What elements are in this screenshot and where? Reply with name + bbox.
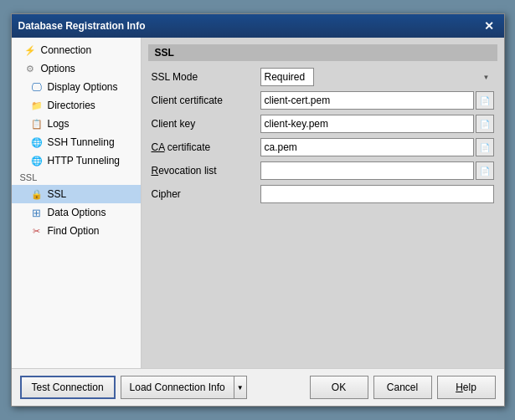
sidebar-item-logs[interactable]: 📋 Logs <box>12 115 141 133</box>
ca-certificate-row: CA certificate 📄 <box>148 138 497 156</box>
close-button[interactable]: ✕ <box>481 19 497 33</box>
sidebar-item-connection[interactable]: ⚡ Connection <box>12 41 141 59</box>
ssl-section-label: SSL <box>12 170 141 185</box>
ca-certificate-browse-button[interactable]: 📄 <box>476 138 494 156</box>
browse-icon: 📄 <box>480 120 490 129</box>
ca-certificate-input[interactable] <box>260 138 474 156</box>
plug-icon: ⚡ <box>23 44 37 57</box>
http-icon: 🌐 <box>30 154 44 167</box>
sidebar-item-label: Logs <box>48 118 70 130</box>
dialog-footer: Test Connection Load Connection Info ▼ O… <box>12 368 504 406</box>
browse-icon: 📄 <box>480 96 490 105</box>
client-certificate-label: Client certificate <box>152 95 260 106</box>
load-connection-dropdown-button[interactable]: ▼ <box>234 376 247 399</box>
sidebar-item-label: Options <box>41 63 75 74</box>
load-connection-info-button[interactable]: Load Connection Info <box>121 376 234 399</box>
sidebar-item-data-options[interactable]: ⊞ Data Options <box>12 203 141 222</box>
chevron-down-icon: ▼ <box>237 384 244 392</box>
sidebar-item-label: SSH Tunneling <box>48 136 115 148</box>
ssl-mode-row: SSL Mode Disabled Allow Prefer Required … <box>148 68 497 86</box>
test-connection-button[interactable]: Test Connection <box>20 376 116 399</box>
browse-icon: 📄 <box>480 166 490 176</box>
sidebar-item-http-tunneling[interactable]: 🌐 HTTP Tunneling <box>12 151 141 170</box>
sidebar-item-label: Data Options <box>48 207 106 218</box>
revocation-list-control: 📄 <box>260 161 494 180</box>
display-icon: 🖵 <box>30 80 44 94</box>
cipher-row: Cipher <box>148 185 497 203</box>
sidebar-item-label: Find Option <box>48 225 100 237</box>
client-certificate-input[interactable] <box>260 91 474 110</box>
load-connection-wrap: Load Connection Info ▼ <box>121 376 247 399</box>
client-key-input[interactable] <box>260 115 474 133</box>
cipher-label: Cipher <box>152 188 260 200</box>
title-bar: Database Registration Info ✕ <box>12 14 504 38</box>
sidebar-item-display-options[interactable]: 🖵 Display Options <box>12 78 141 96</box>
ok-button[interactable]: OK <box>310 376 368 399</box>
sidebar-item-label: HTTP Tunneling <box>48 155 121 166</box>
sidebar-item-find-option[interactable]: ✂ Find Option <box>12 222 141 240</box>
sidebar-item-options[interactable]: ⚙ Options <box>12 59 141 78</box>
revocation-list-input[interactable] <box>260 161 474 180</box>
find-icon: ✂ <box>30 224 44 238</box>
sidebar-item-directories[interactable]: 📁 Directories <box>12 96 141 115</box>
ca-certificate-control: 📄 <box>260 138 494 156</box>
data-icon: ⊞ <box>30 206 44 219</box>
folder-icon: 📁 <box>30 99 44 112</box>
main-content: SSL SSL Mode Disabled Allow Prefer Requi… <box>142 38 504 368</box>
ca-certificate-label: CA certificate <box>152 141 260 153</box>
browse-icon: 📄 <box>480 143 490 152</box>
client-certificate-browse-button[interactable]: 📄 <box>476 91 494 110</box>
ssh-icon: 🌐 <box>30 136 44 149</box>
client-key-browse-button[interactable]: 📄 <box>476 115 494 133</box>
cipher-input[interactable] <box>260 185 494 203</box>
database-registration-dialog: Database Registration Info ✕ ⚡ Connectio… <box>11 13 505 407</box>
dialog-body: ⚡ Connection ⚙ Options 🖵 Display Options… <box>12 38 504 368</box>
sidebar-item-label: Display Options <box>48 81 118 93</box>
revocation-list-label: Revocation list <box>152 165 260 177</box>
revocation-list-row: Revocation list 📄 <box>148 161 497 180</box>
client-key-control: 📄 <box>260 115 494 133</box>
sidebar-item-ssh-tunneling[interactable]: 🌐 SSH Tunneling <box>12 133 141 151</box>
sidebar-item-label: Directories <box>48 100 95 111</box>
section-title: SSL <box>148 44 497 61</box>
sidebar-item-ssl[interactable]: 🔒 SSL <box>12 185 141 203</box>
cancel-button[interactable]: Cancel <box>373 376 432 399</box>
dialog-title: Database Registration Info <box>18 20 146 32</box>
ssl-mode-select[interactable]: Disabled Allow Prefer Required Verify-CA… <box>260 68 314 86</box>
sidebar-item-label: Connection <box>41 44 92 56</box>
cipher-control <box>260 185 494 203</box>
options-icon: ⚙ <box>23 62 37 75</box>
ssl-icon: 🔒 <box>30 187 44 201</box>
help-button[interactable]: Help <box>437 376 496 399</box>
ssl-section-text: SSL <box>20 172 38 182</box>
sidebar: ⚡ Connection ⚙ Options 🖵 Display Options… <box>12 38 142 368</box>
sidebar-item-label: SSL <box>48 188 67 200</box>
logs-icon: 📋 <box>30 117 44 131</box>
revocation-list-browse-button[interactable]: 📄 <box>476 161 494 180</box>
ssl-mode-select-wrapper: Disabled Allow Prefer Required Verify-CA… <box>260 68 494 86</box>
client-key-row: Client key 📄 <box>148 115 497 133</box>
client-key-label: Client key <box>152 118 260 130</box>
client-certificate-control: 📄 <box>260 91 494 110</box>
ssl-mode-label: SSL Mode <box>152 71 260 83</box>
client-certificate-row: Client certificate 📄 <box>148 91 497 110</box>
ssl-mode-control: Disabled Allow Prefer Required Verify-CA… <box>260 68 494 86</box>
